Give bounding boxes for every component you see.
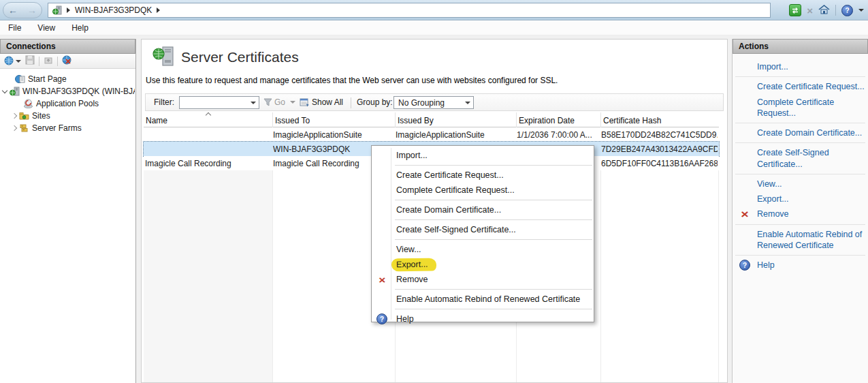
menu-view[interactable]: View <box>37 23 55 33</box>
column-header-name[interactable]: Name <box>144 112 273 127</box>
action-export[interactable]: Export... <box>733 192 868 206</box>
title-bar: ← → WIN-BJAF3G3PDQK × ? <box>0 0 868 20</box>
divider <box>395 219 592 220</box>
breadcrumb-arrow-icon <box>67 7 70 13</box>
context-menu-export[interactable]: Export... <box>372 257 594 272</box>
table-header: Name Issued To Issued By Expiration Date… <box>144 112 719 127</box>
context-menu-view[interactable]: View... <box>372 242 594 257</box>
column-header-expiration[interactable]: Expiration Date <box>517 112 601 127</box>
action-complete-certificate-request[interactable]: Complete Certificate Request... <box>733 95 868 121</box>
tree-item-start-page[interactable]: Start Page <box>0 73 135 85</box>
column-header-hash[interactable]: Certificate Hash <box>601 112 719 127</box>
tree-item-server[interactable]: WIN-BJAF3G3PDQK (WIN-BJA <box>0 85 135 97</box>
context-menu-import[interactable]: Import... <box>372 148 594 163</box>
divider <box>735 255 865 256</box>
chevron-down-icon[interactable] <box>858 9 864 12</box>
menu-bar: File View Help <box>0 20 868 35</box>
action-create-certificate-request[interactable]: Create Certificate Request... <box>733 79 868 94</box>
highlight-marker: Export... <box>391 258 436 271</box>
go-button[interactable]: Go <box>274 97 285 107</box>
chevron-collapsed-icon[interactable] <box>12 113 17 119</box>
tree-item-application-pools[interactable]: Application Pools <box>0 97 135 110</box>
refresh-icon[interactable] <box>789 4 801 16</box>
connections-header: Connections <box>0 39 135 54</box>
action-import[interactable]: Import... <box>733 59 868 74</box>
context-menu-complete-certificate-request[interactable]: Complete Certificate Request... <box>372 183 594 198</box>
nav-buttons: ← → <box>3 2 42 18</box>
action-view[interactable]: View... <box>733 177 868 192</box>
action-help[interactable]: ? Help <box>733 258 868 273</box>
sites-icon <box>19 111 29 121</box>
help-icon: ? <box>376 313 388 325</box>
action-create-domain-certificate[interactable]: Create Domain Certificate... <box>733 125 868 140</box>
action-create-self-signed-certificate[interactable]: Create Self-Signed Certificate... <box>733 145 868 172</box>
home-icon[interactable] <box>818 4 830 17</box>
stop-icon: × <box>807 5 813 16</box>
forward-button[interactable]: → <box>27 5 37 15</box>
divider <box>735 76 865 77</box>
up-icon <box>44 55 53 67</box>
group-by-label: Group by: <box>357 97 393 107</box>
chevron-down-icon <box>465 102 470 104</box>
back-button[interactable]: ← <box>8 5 18 15</box>
tree-item-label: WIN-BJAF3G3PDQK (WIN-BJA <box>22 87 135 96</box>
breadcrumb[interactable]: WIN-BJAF3G3PDQK <box>48 3 771 18</box>
go-filter-icon <box>263 98 272 108</box>
context-menu-create-self-signed-certificate[interactable]: Create Self-Signed Certificate... <box>372 222 594 237</box>
context-menu-create-domain-certificate[interactable]: Create Domain Certificate... <box>372 202 594 217</box>
divider <box>395 239 592 240</box>
tree-item-label: Application Pools <box>36 99 99 108</box>
actions-title: Actions <box>739 42 769 51</box>
context-menu-help[interactable]: ? Help <box>372 311 594 326</box>
chevron-expanded-icon[interactable] <box>2 88 7 93</box>
group-by-value: No Grouping <box>398 98 445 108</box>
divider <box>39 57 39 66</box>
group-by-select[interactable]: No Grouping <box>393 96 474 109</box>
sort-asc-icon <box>206 112 211 118</box>
tree-item-label: Server Farms <box>32 123 82 133</box>
column-header-issued-by[interactable]: Issued By <box>396 112 517 127</box>
page-title: Server Certificates <box>181 49 299 65</box>
help-icon[interactable]: ? <box>841 5 853 16</box>
actions-list: Import... Create Certificate Request... … <box>733 54 868 383</box>
chevron-collapsed-icon[interactable] <box>12 125 17 131</box>
context-menu-create-certificate-request[interactable]: Create Certificate Request... <box>372 168 594 183</box>
create-connection-icon[interactable] <box>4 56 21 66</box>
show-all-icon <box>300 97 310 109</box>
action-remove[interactable]: × Remove <box>733 206 868 221</box>
table-row[interactable]: ImagicleApplicationSuite ImagicleApplica… <box>144 127 719 142</box>
filter-input[interactable] <box>179 96 259 109</box>
actions-panel: Actions Import... Create Certificate Req… <box>732 39 868 383</box>
filter-toolbar: Filter: Go Show All Group by: No Groupin… <box>145 93 724 111</box>
chevron-down-icon <box>251 102 256 104</box>
context-menu: Import... Create Certificate Request... … <box>371 145 594 322</box>
disconnect-icon[interactable] <box>62 55 72 67</box>
breadcrumb-server[interactable]: WIN-BJAF3G3PDQK <box>75 5 152 15</box>
server-farms-icon <box>19 123 29 133</box>
divider <box>735 224 865 225</box>
divider <box>735 123 865 123</box>
connections-toolbar <box>0 54 135 69</box>
context-menu-remove[interactable]: × Remove <box>372 272 594 287</box>
divider <box>395 165 592 166</box>
divider <box>735 142 865 143</box>
tree-item-sites[interactable]: Sites <box>0 110 135 122</box>
action-enable-automatic-rebind[interactable]: Enable Automatic Rebind of Renewed Certi… <box>733 227 868 254</box>
actions-header: Actions <box>733 39 868 54</box>
column-header-issued-to[interactable]: Issued To <box>273 112 396 127</box>
server-icon <box>10 87 20 96</box>
connections-panel: Connections Start Page <box>0 39 136 383</box>
context-menu-enable-automatic-rebind[interactable]: Enable Automatic Rebind of Renewed Certi… <box>372 292 594 307</box>
connections-tree: Start Page WIN-BJAF3G3PDQK (WIN-BJA Appl… <box>0 70 135 383</box>
tree-item-server-farms[interactable]: Server Farms <box>0 122 135 134</box>
help-icon: ? <box>738 259 752 271</box>
menu-file[interactable]: File <box>8 23 21 33</box>
tree-item-label: Sites <box>32 111 50 121</box>
server-icon <box>52 5 62 15</box>
show-all-button[interactable]: Show All <box>312 97 343 107</box>
chevron-down-icon[interactable] <box>290 101 295 104</box>
divider <box>57 57 58 66</box>
menu-help[interactable]: Help <box>71 23 89 33</box>
divider <box>395 309 592 309</box>
connections-title: Connections <box>6 42 56 51</box>
